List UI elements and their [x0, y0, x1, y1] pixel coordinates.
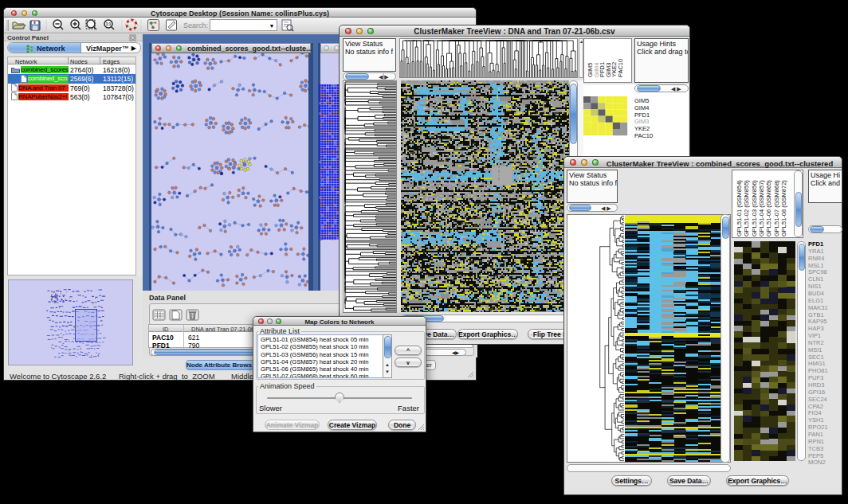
svg-text:1:1: 1:1: [106, 22, 112, 26]
